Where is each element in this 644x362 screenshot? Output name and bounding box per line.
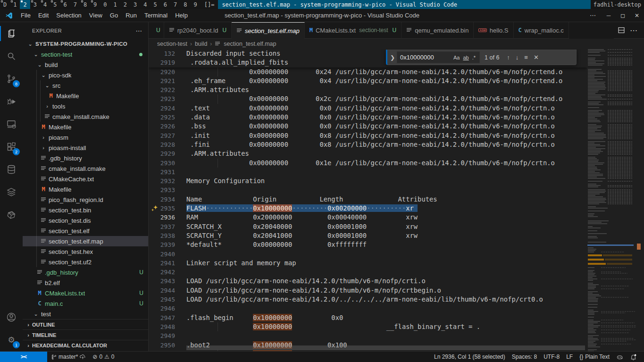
workspace-tag[interactable]: 6: [160, 0, 170, 9]
tree-folder-pico-sdk[interactable]: ⌄pico-sdk: [23, 70, 148, 80]
line-number[interactable]: 2929: [149, 149, 186, 158]
menu-view[interactable]: View: [85, 10, 106, 21]
workspace-tag[interactable]: 8: [180, 0, 190, 9]
line-number[interactable]: 2922: [149, 85, 186, 94]
activitybar-search-icon[interactable]: [0, 45, 23, 67]
indentation-item[interactable]: Spaces: 8: [509, 352, 540, 362]
line-number[interactable]: 2950: [149, 341, 186, 350]
line-number[interactable]: 2947: [149, 313, 186, 322]
tab-rp2040_boot.ld[interactable]: rp2040_boot.ldU: [164, 22, 232, 39]
tree-file-section_test.hex[interactable]: section_test.hex: [23, 246, 148, 257]
activitybar-remote-explorer-icon[interactable]: [0, 113, 23, 135]
line-number[interactable]: 2919: [149, 58, 186, 67]
tab-section_test.elf.map[interactable]: section_test.elf.map: [232, 22, 305, 39]
find-in-selection-button[interactable]: ≡: [521, 53, 531, 62]
line-number[interactable]: 2921: [149, 76, 186, 85]
tree-file-cmakecache.txt[interactable]: CMakeCache.txt: [23, 174, 148, 184]
line-number[interactable]: 2948: [149, 322, 186, 331]
whole-word-toggle[interactable]: ab: [462, 54, 469, 61]
problems-item[interactable]: ⊘ 0 ⚠ 0: [89, 352, 117, 362]
editor-more-actions-icon[interactable]: ⋯: [627, 26, 640, 35]
tree-file-cmake_install.cmake[interactable]: cmake_install.cmake: [23, 111, 148, 122]
maximize-button[interactable]: ◻: [616, 9, 630, 22]
tab-qemu_emulated.bin[interactable]: qemu_emulated.bin: [401, 22, 474, 39]
split-editor-icon[interactable]: [618, 26, 625, 34]
line-number[interactable]: 2933: [149, 185, 186, 194]
workspace-tag[interactable]: 3: [30, 0, 40, 9]
workspace-tag[interactable]: 4: [40, 0, 50, 9]
line-number[interactable]: 2951: [149, 350, 186, 351]
sparkle-icon[interactable]: [151, 205, 159, 212]
line-number[interactable]: 2928: [149, 140, 186, 149]
workspace-tag[interactable]: 5: [50, 0, 60, 9]
tree-file-main.c[interactable]: Cmain.cU: [23, 298, 148, 309]
sidebar-section-timeline[interactable]: ›TIMELINE: [23, 329, 148, 340]
activitybar-settings-icon[interactable]: ⚙1: [0, 328, 23, 351]
notifications-item[interactable]: [627, 352, 640, 362]
overview-ruler[interactable]: [636, 49, 644, 351]
tree-file-b2.elf[interactable]: b2.elf: [23, 278, 148, 288]
tree-folder-pioasm-install[interactable]: ›pioasm-install: [23, 143, 148, 153]
activitybar-explorer-icon[interactable]: [0, 22, 23, 45]
menu-selection[interactable]: Selection: [52, 10, 85, 21]
line-number[interactable]: 2949: [149, 331, 186, 340]
line-number[interactable]: 132: [149, 49, 186, 58]
workspace-tag[interactable]: 0: [100, 0, 110, 9]
line-number[interactable]: 2944: [149, 286, 186, 295]
tab-partial[interactable]: U: [149, 22, 164, 39]
line-number[interactable]: 2923: [149, 94, 186, 103]
language-mode-item[interactable]: {} Plain Text: [576, 352, 613, 362]
line-number[interactable]: 2938: [149, 231, 186, 240]
line-number[interactable]: 2930: [149, 159, 186, 168]
tree-folder-test[interactable]: ⌄test: [23, 309, 148, 319]
activitybar-extensions-icon[interactable]: 2: [0, 135, 23, 158]
activitybar-account-icon[interactable]: [0, 306, 23, 328]
workspace-tag[interactable]: 5: [151, 0, 160, 9]
sidebar-section-outline[interactable]: ›OUTLINE: [23, 319, 148, 329]
find-next-button[interactable]: ↓: [513, 53, 522, 62]
workspace-tag[interactable]: 8: [80, 0, 90, 9]
find-previous-button[interactable]: ↑: [504, 53, 513, 62]
line-number[interactable]: 2942: [149, 268, 186, 277]
tree-file-pico_flash_region.ld[interactable]: pico_flash_region.ld: [23, 194, 148, 205]
line-number[interactable]: 2920: [149, 67, 186, 76]
layout-symbol[interactable]: []=: [201, 0, 218, 9]
tab-wrap_malloc.c[interactable]: Cwrap_malloc.c: [514, 22, 569, 39]
line-number[interactable]: 2939: [149, 240, 186, 249]
tree-folder-build[interactable]: ⌄build: [23, 59, 148, 70]
menu-edit[interactable]: Edit: [34, 10, 52, 21]
activitybar-layers-icon[interactable]: [0, 181, 23, 203]
line-number[interactable]: 2935: [149, 204, 186, 213]
match-case-toggle[interactable]: Aa: [452, 54, 460, 61]
line-number[interactable]: 2946: [149, 304, 186, 313]
line-number[interactable]: 2927: [149, 131, 186, 140]
tree-file-section_test.dis[interactable]: section_test.dis: [23, 215, 148, 226]
tree-file-section_test.elf.map[interactable]: section_test.elf.map: [23, 236, 148, 246]
menu-file[interactable]: File: [17, 10, 34, 21]
minimize-button[interactable]: ─: [602, 9, 616, 22]
menu-help[interactable]: Help: [171, 10, 192, 21]
line-number[interactable]: 2945: [149, 295, 186, 304]
editor[interactable]: 132Discarded input sections2919 .rodata.…: [149, 49, 587, 351]
workspace-tag[interactable]: 7: [70, 0, 80, 9]
breadcrumb-item[interactable]: build: [195, 41, 207, 47]
workspace-tag[interactable]: 2: [20, 0, 30, 9]
workspace-tag[interactable]: 9: [190, 0, 200, 9]
line-number[interactable]: 2937: [149, 222, 186, 231]
close-button[interactable]: ✕: [630, 9, 644, 22]
line-number[interactable]: 2931: [149, 168, 186, 177]
tree-file-makefile[interactable]: MMakefile: [23, 122, 148, 132]
activitybar-run-debug-icon[interactable]: [0, 90, 23, 113]
workspace-tag[interactable]: 1: [10, 0, 20, 9]
find-input[interactable]: 0x10000000 Aa ab .*: [397, 51, 480, 63]
activitybar-container-icon[interactable]: [0, 203, 23, 226]
line-number[interactable]: 2924: [149, 104, 186, 113]
workspace-tag[interactable]: 9: [90, 0, 100, 9]
workspace-tag[interactable]: 6: [60, 0, 70, 9]
find-expand-chevron-icon[interactable]: ❯: [388, 54, 397, 61]
activitybar-source-control-icon[interactable]: 8: [0, 67, 23, 90]
eol-item[interactable]: LF: [563, 352, 576, 362]
line-number[interactable]: 2925: [149, 113, 186, 122]
line-number[interactable]: 2932: [149, 177, 186, 185]
workspace-tag[interactable]: 2: [120, 0, 130, 9]
